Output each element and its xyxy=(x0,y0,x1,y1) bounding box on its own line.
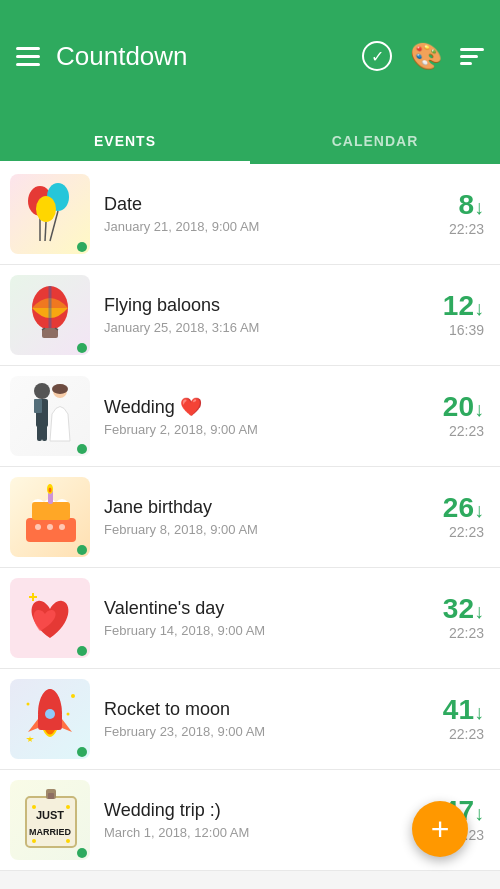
check-icon[interactable]: ✓ xyxy=(362,41,392,71)
event-date: March 1, 2018, 12:00 AM xyxy=(104,825,414,840)
list-item[interactable]: Wedding ❤️ February 2, 2018, 9:00 AM 20↓… xyxy=(0,366,500,467)
list-item[interactable]: Jane birthday February 8, 2018, 9:00 AM … xyxy=(0,467,500,568)
tab-bar: EVENTS CALENDAR xyxy=(0,112,500,164)
app-header: Countdown ✓ 🎨 xyxy=(0,0,500,112)
event-date: February 8, 2018, 9:00 AM xyxy=(104,522,414,537)
countdown-time: 22:23 xyxy=(449,221,484,237)
event-info-birthday: Jane birthday February 8, 2018, 9:00 AM xyxy=(104,497,414,537)
event-info-valentine: Valentine's day February 14, 2018, 9:00 … xyxy=(104,598,414,638)
countdown-time: 22:23 xyxy=(449,423,484,439)
event-name: Jane birthday xyxy=(104,497,414,518)
svg-rect-14 xyxy=(37,425,42,441)
event-name: Wedding trip :) xyxy=(104,800,414,821)
palette-icon[interactable]: 🎨 xyxy=(410,41,442,72)
countdown-days: 20↓ xyxy=(443,393,484,421)
event-name: Wedding ❤️ xyxy=(104,396,414,418)
event-info-rocket: Rocket to moon February 23, 2018, 9:00 A… xyxy=(104,699,414,739)
event-countdown: 8↓ 22:23 xyxy=(414,191,484,237)
countdown-time: 22:23 xyxy=(449,524,484,540)
countdown-days: 41↓ xyxy=(443,696,484,724)
app-title: Countdown xyxy=(56,41,362,72)
svg-rect-15 xyxy=(42,425,47,441)
event-countdown: 20↓ 22:23 xyxy=(414,393,484,439)
svg-point-30 xyxy=(66,713,69,716)
event-info-wedding: Wedding ❤️ February 2, 2018, 9:00 AM xyxy=(104,396,414,437)
event-dot xyxy=(77,747,87,757)
list-item[interactable]: Date January 21, 2018, 9:00 AM 8↓ 22:23 xyxy=(0,164,500,265)
countdown-time: 22:23 xyxy=(449,625,484,641)
svg-point-11 xyxy=(34,383,50,399)
event-date: January 25, 2018, 3:16 AM xyxy=(104,320,414,335)
event-date: January 21, 2018, 9:00 AM xyxy=(104,219,414,234)
event-name: Flying baloons xyxy=(104,295,414,316)
countdown-days: 12↓ xyxy=(443,292,484,320)
svg-point-28 xyxy=(71,694,75,698)
svg-point-42 xyxy=(66,839,70,843)
event-countdown: 12↓ 16:39 xyxy=(414,292,484,338)
event-dot xyxy=(77,444,87,454)
svg-point-32 xyxy=(45,709,55,719)
countdown-days: 8↓ xyxy=(458,191,484,219)
svg-point-41 xyxy=(32,839,36,843)
event-list: Date January 21, 2018, 9:00 AM 8↓ 22:23 xyxy=(0,164,500,871)
event-dot xyxy=(77,343,87,353)
event-date: February 23, 2018, 9:00 AM xyxy=(104,724,414,739)
fab-icon: + xyxy=(431,811,450,848)
list-item[interactable]: Rocket to moon February 23, 2018, 9:00 A… xyxy=(0,669,500,770)
svg-point-39 xyxy=(32,805,36,809)
countdown-time: 22:23 xyxy=(449,726,484,742)
svg-point-17 xyxy=(52,384,68,394)
tab-events[interactable]: EVENTS xyxy=(0,121,250,164)
event-info-baloons: Flying baloons January 25, 2018, 3:16 AM xyxy=(104,295,414,335)
svg-rect-19 xyxy=(32,502,70,520)
svg-point-4 xyxy=(36,196,56,222)
list-item[interactable]: Flying baloons January 25, 2018, 3:16 AM… xyxy=(0,265,500,366)
header-actions: ✓ 🎨 xyxy=(362,41,484,72)
event-info-date: Date January 21, 2018, 9:00 AM xyxy=(104,194,414,234)
countdown-days: 32↓ xyxy=(443,595,484,623)
hamburger-menu-button[interactable] xyxy=(16,47,40,66)
svg-point-40 xyxy=(66,805,70,809)
event-date: February 14, 2018, 9:00 AM xyxy=(104,623,414,638)
event-countdown: 26↓ 22:23 xyxy=(414,494,484,540)
svg-rect-36 xyxy=(48,793,54,799)
svg-rect-18 xyxy=(26,518,76,542)
event-name: Date xyxy=(104,194,414,215)
event-name: Rocket to moon xyxy=(104,699,414,720)
svg-marker-33 xyxy=(26,736,34,742)
svg-line-5 xyxy=(45,222,46,241)
event-dot xyxy=(77,848,87,858)
svg-point-23 xyxy=(35,524,41,530)
event-info-trip: Wedding trip :) March 1, 2018, 12:00 AM xyxy=(104,800,414,840)
event-countdown: 32↓ 22:23 xyxy=(414,595,484,641)
add-event-fab-button[interactable]: + xyxy=(412,801,468,857)
svg-text:JUST: JUST xyxy=(35,809,63,821)
list-item[interactable]: Valentine's day February 14, 2018, 9:00 … xyxy=(0,568,500,669)
tab-calendar[interactable]: CALENDAR xyxy=(250,121,500,164)
event-dot xyxy=(77,545,87,555)
svg-point-25 xyxy=(59,524,65,530)
svg-point-24 xyxy=(47,524,53,530)
sort-icon[interactable] xyxy=(460,48,484,65)
event-countdown: 41↓ 22:23 xyxy=(414,696,484,742)
countdown-days: 26↓ xyxy=(443,494,484,522)
svg-point-22 xyxy=(48,488,51,493)
svg-point-29 xyxy=(26,703,29,706)
event-name: Valentine's day xyxy=(104,598,414,619)
event-dot xyxy=(77,242,87,252)
event-dot xyxy=(77,646,87,656)
svg-rect-13 xyxy=(34,399,42,413)
svg-rect-8 xyxy=(42,328,58,338)
svg-text:MARRIED: MARRIED xyxy=(29,827,71,837)
countdown-time: 16:39 xyxy=(449,322,484,338)
event-date: February 2, 2018, 9:00 AM xyxy=(104,422,414,437)
